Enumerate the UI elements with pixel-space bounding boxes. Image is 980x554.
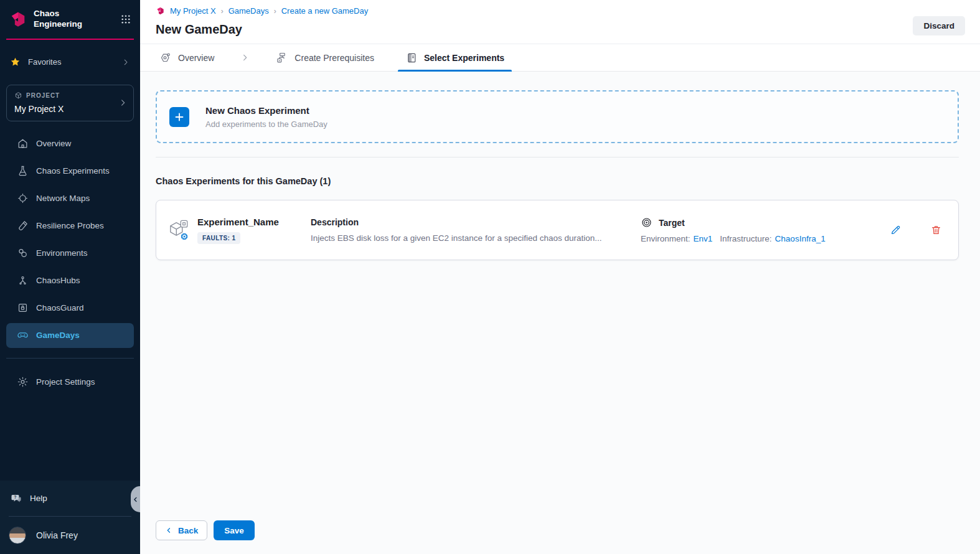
chevron-right-icon — [240, 53, 250, 62]
breadcrumb-project[interactable]: My Project X — [170, 6, 216, 16]
gear-icon — [17, 376, 29, 388]
sidebar-item-chaos-experiments[interactable]: Chaos Experiments — [0, 157, 140, 185]
app-grid-icon[interactable] — [120, 14, 131, 25]
infrastructure-link[interactable]: ChaosInfra_1 — [775, 234, 826, 243]
plus-icon — [174, 112, 184, 122]
environment-label: Environment: — [641, 234, 690, 243]
page-title: New GameDay — [156, 22, 965, 37]
user-name: Olivia Frey — [36, 530, 78, 540]
hub-icon — [17, 275, 29, 286]
sidebar-item-resilience-probes[interactable]: Resilience Probes — [0, 212, 140, 240]
experiment-cube-icon — [169, 218, 191, 242]
chevron-right-icon — [118, 98, 128, 108]
brand-divider — [6, 39, 134, 40]
project-label: PROJECT — [26, 92, 60, 99]
sidebar-item-label: Environments — [36, 248, 88, 258]
project-selector[interactable]: PROJECT My Project X — [6, 85, 134, 121]
sidebar-item-gamedays[interactable]: GameDays — [6, 323, 134, 348]
tab-label: Select Experiments — [424, 53, 504, 63]
description-text: Injects EBS disk loss for a given EC2 in… — [311, 233, 626, 243]
page-header: My Project X › GameDays › Create a new G… — [140, 0, 980, 44]
sidebar-item-environments[interactable]: Environments — [0, 240, 140, 267]
tab-label: Create Prerequisites — [294, 53, 374, 63]
sidebar-collapse-handle[interactable] — [131, 486, 140, 512]
main-area: My Project X › GameDays › Create a new G… — [140, 0, 980, 554]
guard-lock-icon — [17, 302, 29, 314]
experiment-target-column: Target Environment: Env1 Infrastructure:… — [641, 217, 885, 243]
environments-icon — [17, 247, 29, 259]
tab-label: Overview — [178, 53, 214, 63]
favorites-row[interactable]: Favorites — [0, 51, 140, 73]
wizard-tabs: Overview Create Prerequisites Select Exp… — [140, 44, 980, 72]
avatar — [9, 527, 26, 544]
sidebar-nav: Overview Chaos Experiments Network Maps … — [0, 130, 140, 348]
faults-badge: FAULTS: 1 — [197, 232, 240, 244]
experiment-actions — [885, 222, 947, 238]
sidebar-item-project-settings[interactable]: Project Settings — [0, 369, 140, 396]
content-divider — [156, 157, 959, 157]
experiment-name-column: Experiment_Name FAULTS: 1 — [197, 217, 311, 244]
experiment-name: Experiment_Name — [197, 217, 311, 227]
description-label: Description — [311, 217, 626, 227]
sidebar-item-label: ChaosGuard — [36, 303, 84, 312]
cube-icon — [14, 92, 22, 100]
user-menu[interactable]: Olivia Frey — [0, 517, 140, 554]
breadcrumb-create-gameday[interactable]: Create a new GameDay — [281, 6, 368, 16]
environment-link[interactable]: Env1 — [694, 234, 713, 243]
add-experiment-button[interactable] — [169, 107, 189, 127]
experiment-description-column: Description Injects EBS disk loss for a … — [311, 217, 641, 243]
breadcrumb-separator: › — [274, 7, 276, 16]
sidebar-item-overview[interactable]: Overview — [0, 130, 140, 157]
tab-select-experiments[interactable]: Select Experiments — [402, 44, 508, 71]
chevron-left-icon — [132, 496, 139, 503]
sidebar-item-chaosguard[interactable]: ChaosGuard — [0, 294, 140, 322]
sidebar-item-network-maps[interactable]: Network Maps — [0, 185, 140, 212]
target-label: Target — [659, 218, 685, 228]
discard-button[interactable]: Discard — [913, 16, 965, 35]
svg-text:?: ? — [14, 495, 17, 499]
home-icon — [17, 138, 29, 149]
experiments-journal-icon — [405, 52, 418, 64]
help-button[interactable]: ? Help — [0, 481, 140, 516]
favorites-label: Favorites — [28, 57, 61, 67]
chevron-left-icon — [165, 527, 172, 534]
gamepad-icon — [17, 329, 29, 341]
probe-icon — [17, 220, 29, 232]
breadcrumb-separator: › — [221, 7, 224, 16]
app-logo-row: Chaos Engineering — [0, 0, 140, 36]
harness-logo-icon — [156, 6, 165, 16]
infrastructure-label: Infrastructure: — [720, 234, 771, 243]
sidebar-item-label: Network Maps — [36, 194, 90, 203]
target-icon — [641, 217, 653, 228]
sidebar-item-label: Resilience Probes — [36, 221, 104, 230]
breadcrumb: My Project X › GameDays › Create a new G… — [156, 6, 965, 16]
back-label: Back — [178, 526, 198, 535]
help-chat-icon: ? — [11, 493, 22, 504]
sidebar-item-label: Project Settings — [36, 377, 95, 387]
sidebar-item-label: Chaos Experiments — [36, 166, 110, 176]
sidebar-item-chaoshubs[interactable]: ChaosHubs — [0, 267, 140, 294]
new-chaos-experiment-dropzone[interactable]: New Chaos Experiment Add experiments to … — [156, 90, 959, 143]
breadcrumb-gamedays[interactable]: GameDays — [229, 6, 269, 16]
sidebar-item-label: ChaosHubs — [36, 276, 80, 285]
help-label: Help — [30, 494, 47, 503]
back-button[interactable]: Back — [156, 520, 207, 540]
tab-overview[interactable]: Overview — [156, 44, 218, 71]
trash-icon — [930, 224, 942, 236]
tab-create-prerequisites[interactable]: Create Prerequisites — [272, 44, 378, 71]
new-experiment-subtitle: Add experiments to the GameDay — [205, 120, 327, 129]
save-button[interactable]: Save — [214, 520, 255, 540]
overview-hexagon-icon — [159, 52, 172, 64]
network-icon — [17, 192, 29, 204]
content-area: New Chaos Experiment Add experiments to … — [140, 72, 980, 554]
sidebar-bottom: ? Help Olivia Frey — [0, 481, 140, 554]
wizard-footer: Back Save — [156, 520, 255, 540]
harness-logo-icon — [9, 10, 27, 29]
delete-experiment-button[interactable] — [928, 222, 945, 238]
edit-experiment-button[interactable] — [887, 222, 904, 238]
prerequisites-flow-icon — [276, 52, 288, 64]
nav-divider — [6, 358, 134, 359]
sidebar-item-label: GameDays — [36, 331, 80, 340]
pencil-icon — [890, 224, 902, 236]
new-experiment-title: New Chaos Experiment — [205, 105, 327, 116]
